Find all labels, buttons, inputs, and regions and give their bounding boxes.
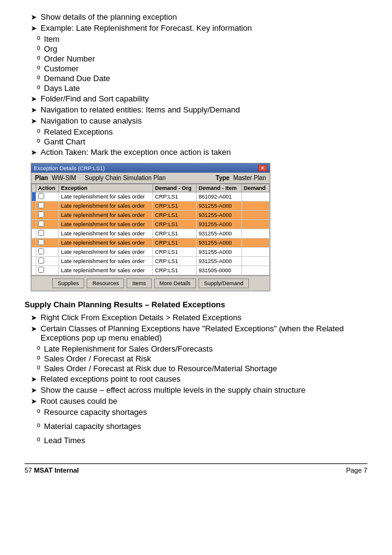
action-checkbox[interactable] xyxy=(38,230,44,236)
bullet-text: Navigation to related entities: Items an… xyxy=(41,105,240,114)
table-row[interactable]: Late replenishment for sales orderCRP:LS… xyxy=(32,211,270,220)
footer-button[interactable]: Resources xyxy=(87,278,124,288)
table-header: Demand xyxy=(241,184,269,192)
table-row[interactable]: Late replenishment for sales orderCRP:LS… xyxy=(32,229,270,238)
exception-cell: Late replenishment for sales order xyxy=(59,220,153,229)
action-checkbox[interactable] xyxy=(38,211,44,218)
demand-cell xyxy=(241,248,269,257)
arrow-icon: ➤ xyxy=(31,375,37,384)
sub-bullet-text: Resource capacity shortages xyxy=(44,407,147,417)
sub-bullet-icon: o xyxy=(37,436,41,443)
footer-button[interactable]: More Details xyxy=(154,278,197,288)
sub-bullet-icon: o xyxy=(37,74,41,81)
row-indicator xyxy=(32,192,36,202)
action-checkbox[interactable] xyxy=(38,193,44,199)
org-cell: CRP:LS1 xyxy=(153,266,197,275)
type-value: Master Plan xyxy=(233,175,266,181)
bullet-text: Right Click From Exception Details > Rel… xyxy=(41,313,241,322)
footer-button[interactable]: Items xyxy=(127,278,151,288)
bullet-item: ➤Example: Late Replenishment for Forecas… xyxy=(25,23,367,33)
close-button[interactable]: ✕ xyxy=(258,165,267,171)
exception-cell: Late replenishment for sales order xyxy=(59,248,153,257)
sub-bullet-item: oSales Order / Forecast at Risk due to R… xyxy=(37,364,367,373)
sub-bullet-text: Order Number xyxy=(44,54,95,63)
arrow-icon: ➤ xyxy=(31,397,37,406)
sub-bullet-item: oLead Times xyxy=(37,436,367,445)
item-cell: 931255-A000 xyxy=(197,248,242,257)
arrow-icon: ➤ xyxy=(31,24,37,33)
sub-bullet-item: oMaterial capacity shortages xyxy=(37,422,367,431)
exception-cell: Late replenishment for sales order xyxy=(59,211,153,220)
item-cell: 931255-A000 xyxy=(197,211,242,220)
action-checkbox[interactable] xyxy=(38,267,44,273)
action-cell xyxy=(36,238,59,248)
bullet-text: Show details of the planning exception xyxy=(41,12,177,22)
action-cell xyxy=(36,257,59,266)
bullet-text: Navigation to cause analysis xyxy=(41,116,142,125)
table-row[interactable]: Late replenishment for sales orderCRP:LS… xyxy=(32,257,270,266)
row-indicator xyxy=(32,229,36,238)
bullet-text: Certain Classes of Planning Exceptions h… xyxy=(41,324,367,342)
table-header: Demand - Org xyxy=(153,184,197,192)
table-row[interactable]: Late replenishment for sales orderCRP:LS… xyxy=(32,192,270,202)
sub-bullet-text: Demand Due Date xyxy=(44,74,111,83)
bullet-item: ➤Show details of the planning exception xyxy=(25,12,367,22)
table-row[interactable]: Late replenishment for sales orderCRP:LS… xyxy=(32,266,270,275)
exception-cell: Late replenishment for sales order xyxy=(59,257,153,266)
action-checkbox[interactable] xyxy=(38,248,44,254)
table-row[interactable]: Late replenishment for sales orderCRP:LS… xyxy=(32,248,270,257)
action-checkbox[interactable] xyxy=(38,258,44,264)
section-bullet-item: ➤Certain Classes of Planning Exceptions … xyxy=(25,324,367,342)
action-checkbox[interactable] xyxy=(38,239,44,245)
row-indicator xyxy=(32,266,36,275)
sub-bullet-icon: o xyxy=(37,54,41,61)
action-checkbox[interactable] xyxy=(38,202,44,208)
footer-button[interactable]: Supplies xyxy=(52,278,85,288)
bullet-text: Folder/Find and Sort capability xyxy=(41,94,149,103)
table-row[interactable]: Late replenishment for sales orderCRP:LS… xyxy=(32,238,270,248)
footer-right: Page 7 xyxy=(346,466,367,474)
plan-value: WW-SIM xyxy=(52,175,76,181)
bullet-text: Related exceptions point to root causes xyxy=(41,374,181,384)
section-bullet-list: ➤Right Click From Exception Details > Re… xyxy=(25,313,367,445)
screenshot-header: Plan WW-SIM Supply Chain Simulation Plan… xyxy=(31,173,270,184)
screenshot-footer: SuppliesResourcesItemsMore DetailsSupply… xyxy=(31,275,270,291)
sub-bullet-item: oSales Order / Forecast at Risk xyxy=(37,354,367,363)
sub-bullet-text: Late Replenishment for Sales Orders/Fore… xyxy=(44,344,213,353)
action-checkbox[interactable] xyxy=(38,221,44,227)
bullet-item: ➤Action Taken: Mark the exception once a… xyxy=(25,148,367,157)
sub-bullet-icon: o xyxy=(37,422,41,428)
arrow-icon: ➤ xyxy=(31,13,37,22)
item-cell: 931255-A000 xyxy=(197,238,242,248)
arrow-icon: ➤ xyxy=(31,117,37,125)
sub-bullet-item: oItem xyxy=(37,34,367,44)
section-bullet-item: ➤Root causes could be xyxy=(25,396,367,406)
sub-bullet-item: oGantt Chart xyxy=(37,137,367,146)
org-cell: CRP:LS1 xyxy=(153,238,197,248)
table-row[interactable]: Late replenishment for sales orderCRP:LS… xyxy=(32,220,270,229)
demand-cell xyxy=(241,257,269,266)
section-heading: Supply Chain Planning Results – Related … xyxy=(25,300,367,309)
item-cell: 931255-A000 xyxy=(197,202,242,211)
row-indicator xyxy=(32,257,36,266)
bullet-text: Show the cause – effect across multiple … xyxy=(41,385,305,395)
screenshot-title: Exception Details (CRP:LS1) xyxy=(34,165,105,171)
action-cell xyxy=(36,202,59,211)
page-footer: 57 MSAT Internal Page 7 xyxy=(25,463,367,474)
sub-bullet-item: oDemand Due Date xyxy=(37,74,367,83)
action-cell xyxy=(36,229,59,238)
table-row[interactable]: Late replenishment for sales orderCRP:LS… xyxy=(32,202,270,211)
sub-bullet-icon: o xyxy=(37,34,41,41)
top-bullet-list: ➤Show details of the planning exception➤… xyxy=(25,12,367,157)
demand-cell xyxy=(241,192,269,202)
col-indicator xyxy=(32,184,36,192)
arrow-icon: ➤ xyxy=(31,106,37,114)
footer-button[interactable]: Supply/Demand xyxy=(198,278,249,288)
sub-bullet-item: oResource capacity shortages xyxy=(37,407,367,417)
demand-cell xyxy=(241,266,269,275)
bullet-item: ➤Navigation to cause analysis xyxy=(25,116,367,125)
sub-bullet-item: oCustomer xyxy=(37,64,367,73)
type-label: Type xyxy=(216,175,230,181)
bullet-text: Root causes could be xyxy=(41,396,117,406)
row-indicator xyxy=(32,211,36,220)
